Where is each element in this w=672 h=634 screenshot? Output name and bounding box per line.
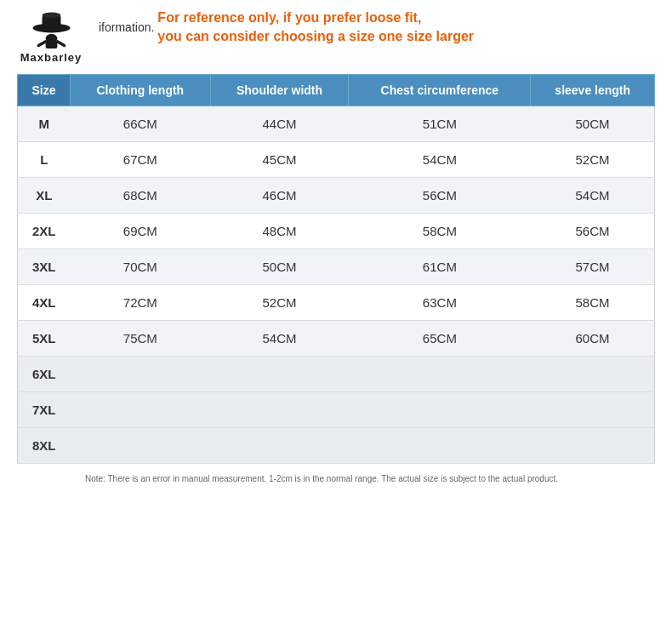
cell-sleeve-length: 56CM — [531, 214, 655, 249]
col-shoulder-width: Shoulder width — [210, 75, 349, 106]
table-row: L67CM45CM54CM52CM — [18, 142, 655, 178]
cell-size: L — [18, 142, 71, 178]
cell-shoulder-width — [210, 392, 349, 428]
cell-size: XL — [18, 178, 71, 214]
cell-clothing-length: 68CM — [70, 178, 210, 214]
note-text: Note: There is an error in manual measur… — [17, 472, 655, 485]
col-chest-circumference: Chest circumference — [349, 75, 531, 106]
header: Maxbarley iformation. For reference only… — [17, 9, 655, 64]
cell-chest-circumference: 56CM — [349, 178, 531, 214]
cell-shoulder-width — [210, 428, 349, 464]
table-row: XL68CM46CM56CM54CM — [18, 178, 655, 214]
cell-size: 7XL — [18, 392, 71, 428]
table-row: M66CM44CM51CM50CM — [18, 106, 655, 142]
table-row: 2XL69CM48CM58CM56CM — [18, 214, 655, 249]
header-row: Size Clothing length Shoulder width Ches… — [18, 75, 655, 106]
cell-size: 8XL — [18, 428, 71, 464]
cell-chest-circumference — [349, 392, 531, 428]
cell-shoulder-width: 54CM — [210, 321, 349, 357]
cell-shoulder-width: 52CM — [210, 285, 349, 321]
cell-chest-circumference — [349, 428, 531, 464]
cell-shoulder-width: 45CM — [210, 142, 349, 178]
cell-size: 6XL — [18, 357, 71, 392]
page-wrapper: Maxbarley iformation. For reference only… — [0, 0, 672, 634]
cell-chest-circumference: 63CM — [349, 285, 531, 321]
cell-clothing-length: 70CM — [70, 249, 210, 285]
cell-sleeve-length — [531, 357, 655, 392]
cell-size: 5XL — [18, 321, 71, 357]
svg-line-6 — [57, 42, 64, 46]
cell-sleeve-length — [531, 428, 655, 464]
cell-clothing-length: 72CM — [70, 285, 210, 321]
col-clothing-length: Clothing length — [70, 75, 210, 106]
cell-clothing-length: 75CM — [70, 321, 210, 357]
cell-chest-circumference: 58CM — [349, 214, 531, 249]
table-row: 8XL — [18, 428, 655, 464]
notice-line2: you can consider choosing a size one siz… — [157, 27, 474, 46]
cell-shoulder-width: 44CM — [210, 106, 349, 142]
table-row: 4XL72CM52CM63CM58CM — [18, 285, 655, 321]
table-header: Size Clothing length Shoulder width Ches… — [18, 75, 655, 106]
table-row: 6XL — [18, 357, 655, 392]
cell-sleeve-length: 58CM — [531, 285, 655, 321]
svg-point-2 — [42, 12, 60, 18]
header-text-area: iformation. For reference only, if you p… — [99, 9, 655, 47]
svg-rect-4 — [45, 42, 57, 49]
cell-sleeve-length: 52CM — [531, 142, 655, 178]
cell-chest-circumference: 61CM — [349, 249, 531, 285]
cell-sleeve-length: 54CM — [531, 178, 655, 214]
cell-shoulder-width: 46CM — [210, 178, 349, 214]
table-body: M66CM44CM51CM50CML67CM45CM54CM52CMXL68CM… — [18, 106, 655, 464]
brand-name: Maxbarley — [20, 51, 83, 64]
cell-sleeve-length: 50CM — [531, 106, 655, 142]
cell-clothing-length — [70, 428, 210, 464]
header-prefix: iformation. — [99, 20, 154, 34]
brand-logo-icon — [28, 9, 75, 51]
cell-shoulder-width: 50CM — [210, 249, 349, 285]
cell-sleeve-length: 57CM — [531, 249, 655, 285]
cell-clothing-length: 66CM — [70, 106, 210, 142]
cell-sleeve-length — [531, 392, 655, 428]
header-notice: For reference only, if you prefer loose … — [157, 9, 474, 47]
cell-clothing-length: 67CM — [70, 142, 210, 178]
logo-area: Maxbarley — [17, 9, 85, 64]
cell-shoulder-width: 48CM — [210, 214, 349, 249]
cell-shoulder-width — [210, 357, 349, 392]
cell-chest-circumference: 51CM — [349, 106, 531, 142]
notice-line1: For reference only, if you prefer loose … — [157, 9, 474, 27]
col-sleeve-length: sleeve length — [531, 75, 655, 106]
svg-line-5 — [38, 42, 45, 46]
cell-clothing-length — [70, 392, 210, 428]
table-row: 7XL — [18, 392, 655, 428]
cell-chest-circumference: 65CM — [349, 321, 531, 357]
cell-chest-circumference — [349, 357, 531, 392]
size-table: Size Clothing length Shoulder width Ches… — [17, 74, 655, 464]
cell-size: 4XL — [18, 285, 71, 321]
cell-size: 2XL — [18, 214, 71, 249]
table-row: 5XL75CM54CM65CM60CM — [18, 321, 655, 357]
cell-size: 3XL — [18, 249, 71, 285]
cell-size: M — [18, 106, 71, 142]
col-size: Size — [18, 75, 71, 106]
cell-chest-circumference: 54CM — [349, 142, 531, 178]
cell-clothing-length — [70, 357, 210, 392]
cell-sleeve-length: 60CM — [531, 321, 655, 357]
cell-clothing-length: 69CM — [70, 214, 210, 249]
table-row: 3XL70CM50CM61CM57CM — [18, 249, 655, 285]
